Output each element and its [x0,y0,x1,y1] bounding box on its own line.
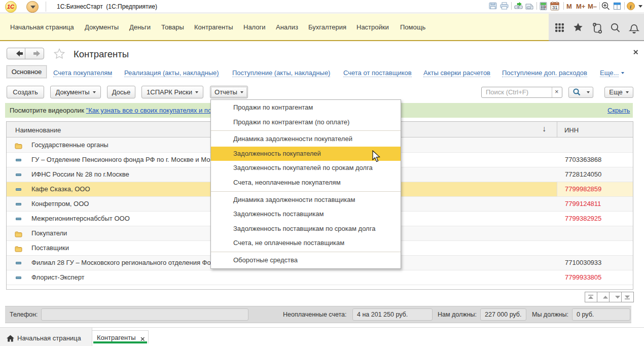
svg-text:31: 31 [552,5,558,10]
svg-text:М–: М– [588,3,597,10]
svg-text:М: М [566,3,572,10]
svg-text:М+: М+ [576,3,586,10]
